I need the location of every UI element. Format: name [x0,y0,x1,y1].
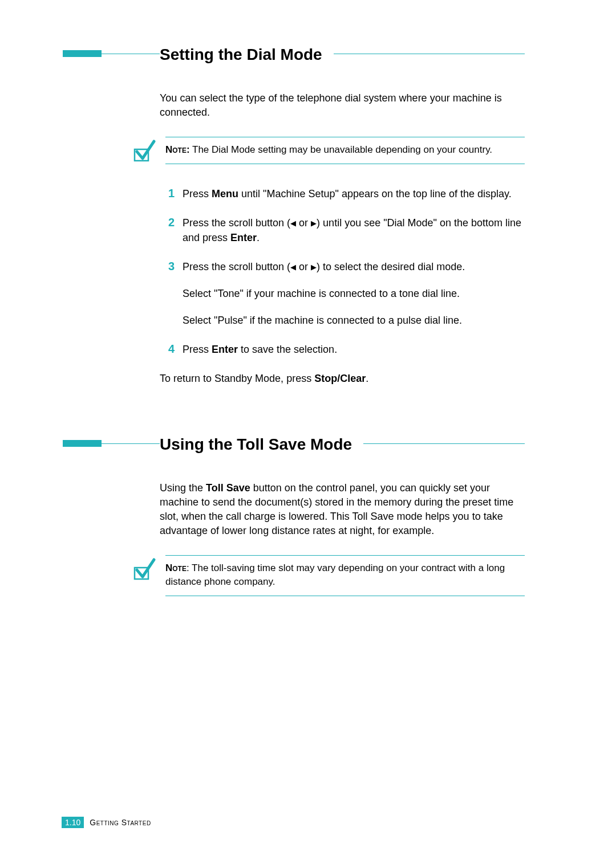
intro-paragraph: You can select the type of the telephone… [160,91,525,120]
step-number: 4 [160,343,177,357]
return-instruction: To return to Standby Mode, press Stop/Cl… [160,372,525,386]
step-body: Press Enter to save the selection. [177,343,525,357]
step-number: 3 [160,260,177,328]
right-arrow-icon: ▶ [311,263,317,271]
chapter-name: Getting Started [90,818,151,827]
section-1-title-text: Setting the Dial Mode [160,46,322,63]
section-2-intro: Using the Toll Save button on the contro… [160,481,525,539]
step-1: 1 Press Menu until "Machine Setup" appea… [160,187,525,201]
note-text: The Dial Mode setting may be unavailable… [190,144,492,155]
step-list: 1 Press Menu until "Machine Setup" appea… [160,187,525,357]
intro-paragraph: Using the Toll Save button on the contro… [160,481,525,539]
note-label: Note [165,563,187,573]
section-2-title-text: Using the Toll Save Mode [160,435,352,453]
step-body: Press the scroll button (◀ or ▶) to sele… [177,260,525,328]
section-2-title: Using the Toll Save Mode [160,435,363,454]
step-number: 1 [160,187,177,201]
section-1-intro: You can select the type of the telephone… [160,91,525,120]
step-2: 2 Press the scroll button (◀ or ▶) until… [160,216,525,244]
left-arrow-icon: ◀ [290,219,296,227]
note-text: : The toll-saving time slot may vary dep… [165,563,505,587]
note-block-1: Note: The Dial Mode setting may be unava… [131,137,525,164]
page-footer: 1.10 Getting Started [62,817,151,828]
section-1-title: Setting the Dial Mode [160,46,334,64]
note-body-1: Note: The Dial Mode setting may be unava… [165,137,525,164]
note-body-2: Note: The toll-saving time slot may vary… [165,555,525,596]
note-label: Note: [165,144,190,155]
left-arrow-icon: ◀ [290,263,296,271]
note-block-2: Note: The toll-saving time slot may vary… [131,555,525,596]
document-page: Setting the Dial Mode You can select the… [0,0,616,868]
section-1-header: Setting the Dial Mode [63,46,548,64]
checkmark-icon [131,556,156,581]
step-body: Press Menu until "Machine Setup" appears… [177,187,525,201]
section-2: Using the Toll Save Mode Using the Toll … [63,435,548,596]
checkmark-icon [131,138,156,163]
page-number-badge: 1.10 [62,817,84,828]
step-body: Press the scroll button (◀ or ▶) until y… [177,216,525,244]
section-2-header: Using the Toll Save Mode [63,435,548,454]
step-4: 4 Press Enter to save the selection. [160,343,525,357]
step-number: 2 [160,216,177,244]
right-arrow-icon: ▶ [311,219,317,227]
step-3: 3 Press the scroll button (◀ or ▶) to se… [160,260,525,328]
